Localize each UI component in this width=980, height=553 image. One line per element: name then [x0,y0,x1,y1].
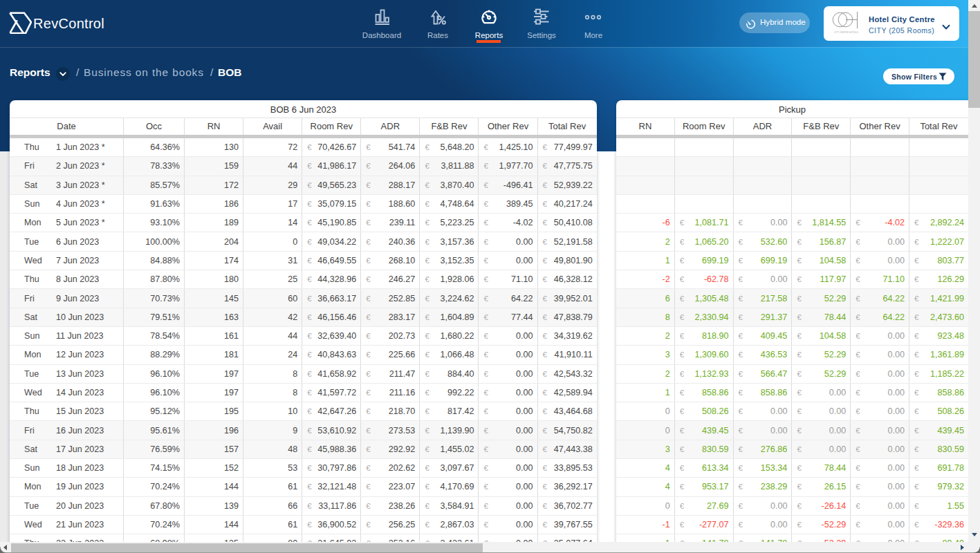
svg-text:CITY CENTER HOTELS: CITY CENTER HOTELS [834,31,858,34]
